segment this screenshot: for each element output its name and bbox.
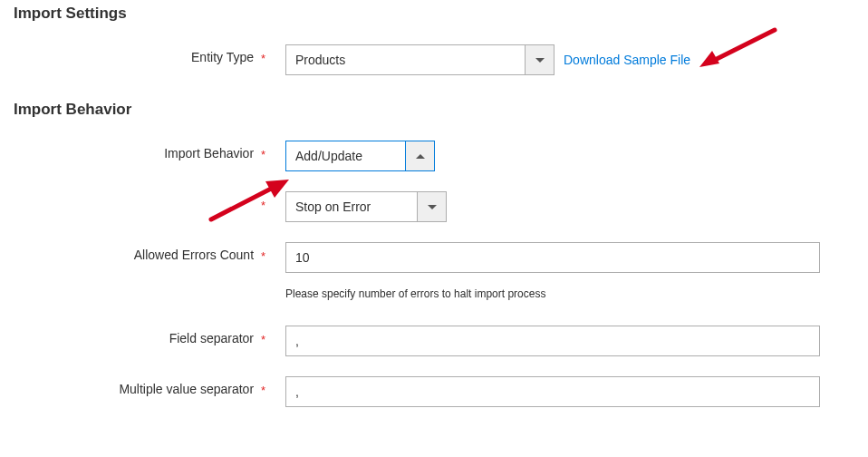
- field-row-multi-separator: Multiple value separator *: [14, 376, 854, 407]
- entity-type-dropdown-button[interactable]: [525, 45, 554, 74]
- chevron-up-icon: [416, 154, 425, 159]
- section-title-import-settings: Import Settings: [14, 5, 854, 23]
- chevron-down-icon: [428, 205, 437, 209]
- on-error-value: Stop on Error: [286, 192, 417, 221]
- required-marker: *: [257, 148, 265, 161]
- section-import-settings: Import Settings Entity Type * Products D…: [14, 5, 854, 75]
- import-behavior-dropdown-button[interactable]: [405, 141, 434, 170]
- on-error-select[interactable]: Stop on Error: [285, 191, 447, 222]
- entity-type-select[interactable]: Products: [285, 44, 555, 75]
- label-field-separator: Field separator *: [14, 326, 285, 345]
- required-marker: *: [257, 384, 265, 397]
- label-import-behavior: Import Behavior *: [14, 141, 285, 160]
- allowed-errors-input[interactable]: [285, 242, 820, 273]
- label-entity-type: Entity Type *: [14, 44, 285, 64]
- section-import-behavior: Import Behavior Import Behavior * Add/Up…: [14, 101, 854, 407]
- label-field-separator-text: Field separator: [169, 331, 254, 345]
- multi-separator-input[interactable]: [285, 376, 820, 407]
- field-row-entity-type: Entity Type * Products Download Sample F…: [14, 44, 854, 75]
- entity-type-value: Products: [286, 45, 525, 74]
- label-import-behavior-text: Import Behavior: [164, 146, 254, 160]
- field-row-field-separator: Field separator *: [14, 326, 854, 356]
- required-marker: *: [257, 199, 265, 212]
- on-error-dropdown-button[interactable]: [417, 192, 446, 221]
- field-row-on-error: * Stop on Error: [14, 191, 854, 222]
- required-marker: *: [257, 52, 265, 65]
- download-sample-file-link[interactable]: Download Sample File: [564, 53, 690, 67]
- label-multi-separator: Multiple value separator *: [14, 376, 285, 396]
- import-behavior-select[interactable]: Add/Update: [285, 141, 435, 171]
- field-row-allowed-errors: Allowed Errors Count * Please specify nu…: [14, 242, 854, 300]
- section-title-import-behavior: Import Behavior: [14, 101, 854, 119]
- label-allowed-errors: Allowed Errors Count *: [14, 242, 285, 262]
- allowed-errors-helper: Please specify number of errors to halt …: [285, 287, 854, 300]
- field-row-import-behavior: Import Behavior * Add/Update: [14, 141, 854, 171]
- label-allowed-errors-text: Allowed Errors Count: [134, 248, 254, 262]
- import-behavior-value: Add/Update: [286, 141, 405, 170]
- label-entity-type-text: Entity Type: [191, 50, 254, 64]
- label-on-error: *: [14, 191, 285, 211]
- label-multi-separator-text: Multiple value separator: [119, 382, 254, 396]
- field-separator-input[interactable]: [285, 326, 820, 356]
- required-marker: *: [257, 333, 265, 346]
- chevron-down-icon: [535, 58, 545, 63]
- required-marker: *: [257, 249, 265, 263]
